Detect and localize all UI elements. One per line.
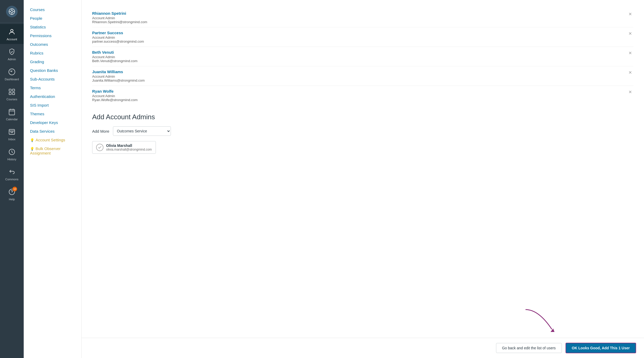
secondnav-item-account-settings[interactable]: Account Settings bbox=[24, 136, 81, 144]
secondnav-item-question-banks[interactable]: Question Banks bbox=[24, 66, 81, 75]
remove-admin-button[interactable]: ✕ bbox=[627, 50, 633, 56]
add-more-label: Add More bbox=[92, 129, 109, 133]
admin-info: Beth Venuti Account Admin Beth.Venuti@st… bbox=[92, 50, 137, 63]
secondnav-item-permissions[interactable]: Permissions bbox=[24, 31, 81, 40]
admin-info: Ryan Wolfe Account Admin Ryan.Wolfe@stro… bbox=[92, 89, 138, 102]
logo-circle bbox=[6, 6, 18, 17]
secondnav-item-sis-import[interactable]: SIS Import bbox=[24, 101, 81, 110]
remove-admin-button[interactable]: ✕ bbox=[627, 31, 633, 37]
admin-item: Juanita Williams Account Admin Juanita.W… bbox=[92, 66, 633, 86]
svg-rect-16 bbox=[9, 130, 15, 135]
user-check-circle bbox=[96, 144, 103, 151]
admin-name: Partner Success bbox=[92, 31, 144, 35]
secondnav-item-outcomes[interactable]: Outcomes bbox=[24, 40, 81, 49]
badge-help: 10 bbox=[12, 187, 17, 191]
secondnav-item-data-services[interactable]: Data Services bbox=[24, 127, 81, 136]
admin-info: Juanita Williams Account Admin Juanita.W… bbox=[92, 69, 145, 82]
nav-item-account[interactable]: Account bbox=[0, 24, 24, 44]
svg-rect-10 bbox=[9, 92, 11, 95]
svg-point-1 bbox=[11, 11, 13, 13]
nav-item-admin[interactable]: Admin bbox=[0, 44, 24, 64]
admin-item: Beth Venuti Account Admin Beth.Venuti@st… bbox=[92, 47, 633, 66]
admin-info: Rhiannon Spetrini Account Admin Rhiannon… bbox=[92, 11, 147, 24]
nav-item-calendar[interactable]: Calendar bbox=[0, 104, 24, 124]
svg-rect-9 bbox=[12, 89, 14, 91]
admin-name: Juanita Williams bbox=[92, 69, 145, 74]
admin-role: Account Admin bbox=[92, 16, 147, 20]
secondnav-item-bulk-observer-assignment[interactable]: Bulk Observer Assignment bbox=[24, 144, 81, 157]
remove-admin-button[interactable]: ✕ bbox=[627, 11, 633, 17]
confirm-button[interactable]: OK Looks Good, Add This 1 User bbox=[566, 343, 636, 353]
admin-email: Beth.Venuti@strongmind.com bbox=[92, 59, 137, 63]
role-select[interactable]: Outcomes ServiceAccount AdminRead Only A… bbox=[113, 126, 171, 136]
nav-label-help: Help bbox=[9, 198, 15, 201]
nav-label-calendar: Calendar bbox=[6, 118, 18, 121]
admin-email: Rhiannon.Spetrini@strongmind.com bbox=[92, 20, 147, 24]
main-content: Rhiannon Spetrini Account Admin Rhiannon… bbox=[82, 0, 644, 358]
admin-email: partner.success@strongmind.com bbox=[92, 39, 144, 43]
account-icon bbox=[7, 27, 17, 37]
admin-email: Juanita.Williams@strongmind.com bbox=[92, 78, 145, 82]
svg-rect-8 bbox=[9, 89, 11, 91]
go-back-button[interactable]: Go back and edit the list of users bbox=[496, 343, 562, 353]
nav-item-courses[interactable]: Courses bbox=[0, 84, 24, 104]
admin-role: Account Admin bbox=[92, 55, 137, 59]
secondnav-item-courses[interactable]: Courses bbox=[24, 5, 81, 14]
add-admins-title: Add Account Admins bbox=[92, 113, 633, 121]
icon-navigation: Account Admin Dashboard Courses bbox=[0, 0, 24, 358]
secondnav-item-rubrics[interactable]: Rubrics bbox=[24, 49, 81, 57]
secondnav-item-sub-accounts[interactable]: Sub-Accounts bbox=[24, 75, 81, 83]
user-chip-info: Olivia Marshall olivia.marshall@strongmi… bbox=[106, 143, 152, 151]
secondnav-item-authentication[interactable]: Authentication bbox=[24, 92, 81, 101]
admin-name: Ryan Wolfe bbox=[92, 89, 138, 93]
admin-info: Partner Success Account Admin partner.su… bbox=[92, 31, 144, 43]
remove-admin-button[interactable]: ✕ bbox=[627, 89, 633, 95]
dashboard-icon bbox=[7, 67, 17, 77]
add-admins-section: Add Account Admins Add More Outcomes Ser… bbox=[92, 113, 633, 154]
secondnav-item-developer-keys[interactable]: Developer Keys bbox=[24, 118, 81, 127]
nav-item-history[interactable]: History bbox=[0, 144, 24, 164]
svg-point-6 bbox=[11, 29, 13, 32]
nav-label-dashboard: Dashboard bbox=[5, 78, 19, 81]
admin-icon bbox=[7, 47, 17, 57]
admin-role: Account Admin bbox=[92, 36, 144, 39]
admin-name: Beth Venuti bbox=[92, 50, 137, 54]
add-more-row: Add More Outcomes ServiceAccount AdminRe… bbox=[92, 126, 633, 136]
secondary-navigation: (function() { const data = JSON.parse(do… bbox=[24, 0, 82, 358]
svg-rect-12 bbox=[9, 110, 15, 115]
secondnav-item-statistics[interactable]: Statistics bbox=[24, 23, 81, 31]
admin-item: Partner Success Account Admin partner.su… bbox=[92, 27, 633, 47]
secondnav-item-grading[interactable]: Grading bbox=[24, 57, 81, 66]
admin-item: Ryan Wolfe Account Admin Ryan.Wolfe@stro… bbox=[92, 86, 633, 105]
courses-icon bbox=[7, 87, 17, 97]
admin-role: Account Admin bbox=[92, 74, 145, 78]
nav-label-commons: Commons bbox=[5, 178, 18, 181]
svg-rect-11 bbox=[12, 92, 14, 95]
secondnav-item-themes[interactable]: Themes bbox=[24, 110, 81, 118]
admin-role: Account Admin bbox=[92, 94, 138, 98]
action-bar: Go back and edit the list of users OK Lo… bbox=[82, 338, 644, 358]
nav-item-help[interactable]: 10 Help bbox=[0, 184, 24, 204]
nav-item-commons[interactable]: Commons bbox=[0, 164, 24, 184]
nav-item-dashboard[interactable]: Dashboard bbox=[0, 64, 24, 84]
chip-user-name: Olivia Marshall bbox=[106, 143, 152, 148]
nav-label-account: Account bbox=[7, 38, 17, 41]
admin-item: Rhiannon Spetrini Account Admin Rhiannon… bbox=[92, 8, 633, 27]
secondnav-item-terms[interactable]: Terms bbox=[24, 83, 81, 92]
nav-label-courses: Courses bbox=[7, 98, 17, 101]
admin-email: Ryan.Wolfe@strongmind.com bbox=[92, 98, 138, 102]
admin-list: Rhiannon Spetrini Account Admin Rhiannon… bbox=[92, 8, 633, 105]
secondnav-item-people[interactable]: People bbox=[24, 14, 81, 23]
selected-user-chip[interactable]: Olivia Marshall olivia.marshall@strongmi… bbox=[92, 141, 156, 154]
commons-icon bbox=[7, 167, 17, 177]
admin-name: Rhiannon Spetrini bbox=[92, 11, 147, 16]
chip-user-email: olivia.marshall@strongmind.com bbox=[106, 148, 152, 151]
nav-item-inbox[interactable]: Inbox bbox=[0, 124, 24, 144]
nav-logo[interactable] bbox=[0, 3, 24, 23]
calendar-icon bbox=[7, 107, 17, 117]
history-icon bbox=[7, 147, 17, 157]
nav-label-admin: Admin bbox=[8, 58, 16, 61]
inbox-icon bbox=[7, 127, 17, 137]
nav-label-inbox: Inbox bbox=[8, 138, 16, 141]
remove-admin-button[interactable]: ✕ bbox=[627, 69, 633, 76]
